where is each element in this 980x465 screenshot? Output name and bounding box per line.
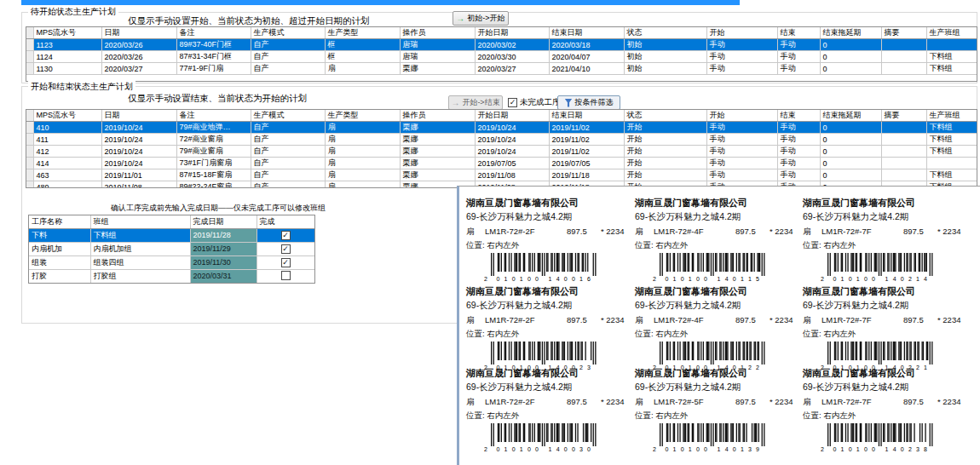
table-cell[interactable] [881,134,926,146]
table-row[interactable]: 11232020/03/2689#37-40F门框自产框唐瑞2020/03/02… [26,39,977,51]
column-header[interactable]: 生产类型 [325,27,400,39]
table-cell[interactable]: 手动 [706,158,777,169]
table-cell[interactable]: 489 [33,181,101,189]
table-cell[interactable]: 2020/03/27 [475,63,549,75]
column-header[interactable]: 开始日期 [475,110,549,122]
table-cell[interactable]: 自产 [251,122,325,134]
table-cell[interactable]: 下料组 [926,134,977,146]
column-header[interactable]: 结束 [777,27,820,39]
table-cell[interactable]: 2019/10/24 [101,146,176,158]
table-cell[interactable]: 栗娜 [400,122,475,134]
table-cell[interactable]: 2019/11/08 [101,181,176,189]
table-row[interactable]: 4632019/11/0187#15-18F窗扇自产扇栗娜2019/11/082… [26,169,977,181]
table-cell[interactable]: 扇 [325,122,400,134]
table-cell[interactable]: 2020/03/27 [101,63,176,75]
table-cell[interactable]: 410 [33,122,101,134]
table-cell[interactable]: 唐瑞 [400,51,475,63]
table-cell[interactable]: 扇 [325,181,400,189]
column-header[interactable]: 摘要 [881,27,926,39]
table-cell[interactable]: 手动 [706,39,777,51]
table-cell[interactable]: 开始 [624,146,706,158]
table-cell[interactable]: 手动 [706,134,777,146]
table-cell[interactable]: 0 [820,122,881,134]
table-cell[interactable] [881,63,926,75]
table-cell[interactable]: 下料组 [926,122,977,134]
table-cell[interactable]: 自产 [251,181,325,189]
table-cell[interactable]: 手动 [777,158,820,169]
table-row[interactable]: 4142019/10/2473#1F门扇窗扇自产扇栗娜2019/07/05201… [26,158,977,169]
table-cell[interactable]: 栗娜 [400,158,475,169]
table-cell[interactable]: 扇 [325,146,400,158]
table-cell[interactable]: 自产 [251,158,325,169]
table-cell[interactable]: 框 [325,39,400,51]
table-cell[interactable]: 463 [33,169,101,181]
table-cell[interactable]: 2019/07/05 [475,158,549,169]
table-cell[interactable]: 手动 [706,63,777,75]
table-cell[interactable]: 下料组 [926,169,977,181]
column-header[interactable]: 生产类型 [325,110,400,122]
column-header[interactable]: 完成日期 [190,215,257,228]
team-cell[interactable]: 组装四组 [90,255,190,269]
table-cell[interactable]: 自产 [251,169,325,181]
row-header-stub[interactable] [26,146,33,158]
table-cell[interactable]: 初始 [624,39,706,51]
table-cell[interactable]: 0 [820,39,881,51]
table-cell[interactable]: 2019/10/24 [475,122,549,134]
table-cell[interactable]: 手动 [777,169,820,181]
column-header[interactable]: 完成 [257,215,314,228]
process-grid[interactable]: 工序名称班组完成日期完成下料下料组2019/11/28✓内扇机加内扇机加组201… [29,215,315,284]
table-cell[interactable] [881,122,926,134]
started-plans-table[interactable]: MPS流水号日期备注生产模式生产类型操作员开始日期结束日期状态开始结束结束拖延期… [26,109,977,188]
table-cell[interactable]: 0 [820,63,881,75]
table-cell[interactable]: 87#15-18F窗扇 [176,169,251,181]
table-cell[interactable]: 2019/11/02 [549,122,624,134]
row-header-stub[interactable] [26,134,33,146]
table-cell[interactable]: 下料组 [926,146,977,158]
table-cell[interactable]: 2021/04/10 [549,63,624,75]
column-header[interactable]: 开始日期 [475,27,549,39]
done-cell[interactable] [257,269,314,283]
table-cell[interactable]: 自产 [251,51,325,63]
table-row[interactable]: 组装组装四组2019/11/30✓ [29,255,314,269]
checkbox-box[interactable]: ✓ [508,98,517,107]
column-header[interactable]: 工序名称 [29,215,90,228]
table-cell[interactable]: 1123 [33,39,101,51]
table-cell[interactable]: 87#31-34F门框 [176,51,251,63]
team-cell[interactable]: 内扇机加组 [90,242,190,255]
finish-date-cell[interactable]: 2020/03/31 [190,269,257,283]
table-cell[interactable] [926,39,977,51]
table-cell[interactable]: 73#1F门扇窗扇 [176,158,251,169]
table-cell[interactable]: 2020/03/26 [101,51,176,63]
unfinished-process-checkbox[interactable]: ✓ 未完成工序 [508,97,561,108]
start-to-finish-button[interactable]: → 开始->结束 [448,95,503,110]
table-cell[interactable]: 2019/10/24 [475,146,549,158]
column-header[interactable]: 班组 [90,215,190,228]
row-header-stub[interactable] [26,169,33,181]
table-cell[interactable]: 2019/10/24 [475,134,549,146]
table-cell[interactable]: 手动 [777,39,820,51]
table-cell[interactable]: 2020/03/26 [101,39,176,51]
team-cell[interactable]: 打胶组 [90,269,190,283]
process-done-checkbox[interactable] [281,271,291,280]
column-header[interactable]: MPS流水号 [33,110,101,122]
table-cell[interactable]: 框 [325,51,400,63]
table-cell[interactable] [881,39,926,51]
finish-date-cell[interactable]: 2019/11/30 [190,255,257,269]
row-header-stub[interactable] [26,181,33,189]
process-name-cell[interactable]: 组装 [29,255,90,269]
table-cell[interactable]: 手动 [706,146,777,158]
mps-grid[interactable]: MPS流水号日期备注生产模式生产类型操作员开始日期结束日期状态开始结束结束拖延期… [26,110,977,188]
table-row[interactable]: 下料下料组2019/11/28✓ [29,228,314,242]
table-cell[interactable]: 手动 [777,122,820,134]
table-cell[interactable] [881,158,926,169]
table-row[interactable]: 4122019/10/2479#商业窗扇自产扇栗娜2019/10/242019/… [26,146,977,158]
column-header[interactable]: 生产模式 [251,27,325,39]
table-cell[interactable]: 89#22-24F窗扇 [176,181,251,189]
column-header[interactable]: 结束日期 [549,110,624,122]
table-cell[interactable]: 2020/04/07 [549,51,624,63]
table-cell[interactable]: 手动 [777,146,820,158]
table-cell[interactable] [881,169,926,181]
row-header-stub[interactable] [26,51,33,63]
table-cell[interactable]: 2019/10/24 [101,158,176,169]
done-cell[interactable]: ✓ [257,228,314,242]
